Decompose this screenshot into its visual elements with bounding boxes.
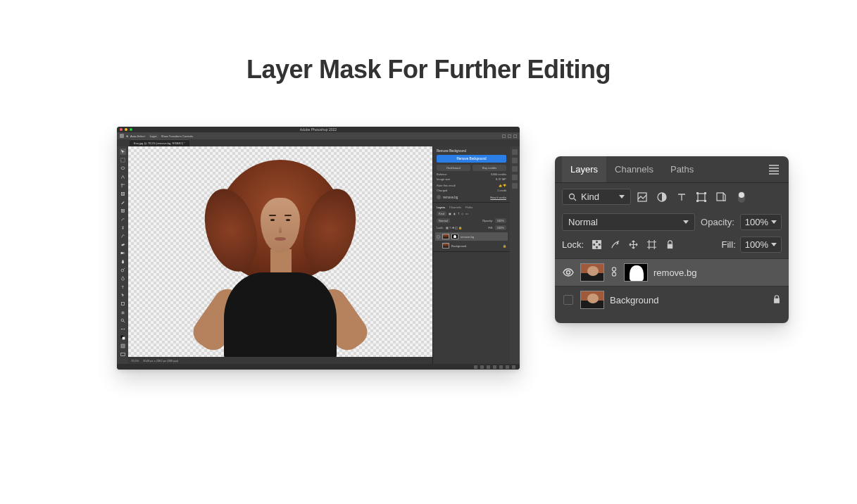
move-tool[interactable] [120,149,126,155]
lock-position-icon[interactable] [627,239,639,251]
blur-tool[interactable] [120,258,126,265]
layer-name[interactable]: remove.bg [653,267,696,278]
mini-filter-image-icon[interactable]: ▣ [449,212,451,215]
mini-layer2-thumb[interactable] [442,243,449,248]
mini-filter-smart-icon[interactable]: ▭ [465,212,468,215]
frame-tool[interactable] [120,191,126,197]
kind-filter-dropdown[interactable]: Kind [562,189,631,205]
blend-mode-dropdown[interactable]: Normal [562,213,695,231]
screen-mode-icon[interactable] [120,351,126,358]
dodge-tool[interactable] [120,267,126,273]
collapsed-panel-icon[interactable] [512,183,518,189]
show-transform-controls[interactable]: Show Transform Controls [161,134,193,138]
link-layers-icon[interactable] [474,365,477,369]
crop-tool[interactable] [120,182,126,189]
collapsed-panel-icon[interactable] [512,149,518,155]
mini-layer1-name[interactable]: remove.bg [461,235,474,239]
lock-all-icon[interactable] [664,239,675,251]
buy-credits-button[interactable]: Buy credits [473,165,506,171]
pen-tool[interactable] [120,275,126,282]
mini-tab-paths[interactable]: Paths [465,206,473,209]
collapsed-panel-icon[interactable] [512,175,518,180]
layer-mask-thumbnail[interactable] [624,263,648,282]
healing-brush-tool[interactable] [120,208,126,214]
tab-channels[interactable]: Channels [606,156,662,182]
mini-layer1-thumb[interactable] [442,234,449,239]
layer-thumbnail[interactable] [580,291,604,309]
rate-thumbs[interactable]: 👍 👎 [499,184,506,187]
add-mask-icon[interactable] [487,365,490,369]
opacity-field[interactable]: 100% [740,214,782,230]
zoom-tool[interactable] [120,317,126,324]
fx-icon[interactable] [480,365,484,369]
svg-point-18 [123,329,124,329]
filter-pixel-icon[interactable] [637,191,648,203]
tab-paths[interactable]: Paths [662,156,702,182]
lock-artboard-icon[interactable] [646,239,657,251]
distribute-icon[interactable] [508,134,511,138]
visibility-toggle[interactable] [562,267,575,278]
mini-lock-icons[interactable]: ▦ ✎ ✥ ◫ 🔒 [446,226,462,229]
edit-toolbar[interactable] [120,326,126,332]
lasso-tool[interactable] [120,165,126,172]
quick-selection-tool[interactable] [120,174,126,180]
eyedropper-tool[interactable] [120,199,126,206]
path-selection-tool[interactable] [120,292,126,298]
mini-layer1-mask-thumb[interactable] [451,234,458,239]
hand-tool[interactable] [120,309,126,315]
mini-blend-dropdown[interactable]: Normal [437,218,450,223]
lock-image-icon[interactable] [609,239,620,251]
layer-name[interactable]: Background [610,295,658,305]
home-icon[interactable] [120,134,124,138]
visibility-toggle[interactable] [562,295,575,305]
filter-toggle[interactable] [738,191,745,203]
filter-shape-icon[interactable] [696,191,707,203]
collapsed-panel-icon[interactable] [512,158,518,163]
rectangle-tool[interactable] [120,301,126,307]
clone-stamp-tool[interactable] [120,225,126,231]
panel-menu-icon[interactable] [766,162,782,177]
quick-mask-icon[interactable] [120,343,126,349]
remove-background-button[interactable]: Remove Background [437,155,506,163]
mask-link-icon[interactable] [610,267,618,279]
mini-tab-layers[interactable]: Layers [437,206,445,209]
dashboard-button[interactable]: Dashboard [437,165,470,171]
type-tool[interactable]: T [120,284,126,290]
mini-tab-channels[interactable]: Channels [449,206,461,209]
zoom-level[interactable]: 70,5% [131,359,139,363]
foreground-background-swatch[interactable] [120,334,126,341]
history-brush-tool[interactable] [120,233,126,239]
new-group-icon[interactable] [499,365,503,369]
mini-layer1-visibility[interactable] [437,235,440,239]
new-adjustment-icon[interactable] [493,365,496,369]
fill-field[interactable]: 100% [740,237,782,253]
align-icon[interactable] [502,134,506,138]
how-it-works-link[interactable]: How it works [490,196,506,199]
mini-layer2-name[interactable]: Background [451,244,466,248]
mini-fill-value[interactable]: 100% [495,225,506,230]
tab-layers[interactable]: Layers [562,156,606,182]
3d-mode-icon[interactable] [513,134,517,138]
eraser-tool[interactable] [120,241,126,248]
document-canvas[interactable] [128,146,432,357]
delete-layer-icon[interactable] [512,365,515,369]
layer-row-removebg[interactable]: remove.bg [555,258,789,286]
layer-row-background[interactable]: Background [555,286,789,313]
gradient-tool[interactable] [120,250,126,256]
filter-type-icon[interactable] [676,191,687,203]
mini-opacity-value[interactable]: 100% [495,218,506,223]
filter-adjustment-icon[interactable] [656,191,668,203]
mini-filter-shape-icon[interactable]: ◇ [461,212,463,215]
marquee-tool[interactable] [120,157,126,163]
lock-transparency-icon[interactable] [591,239,602,251]
brush-tool[interactable] [120,216,126,222]
auto-select-target[interactable]: Layer [148,134,159,139]
layer-thumbnail[interactable] [580,263,604,282]
mini-filter-type-icon[interactable]: T [458,212,459,215]
collapsed-panel-icon[interactable] [512,166,518,172]
mini-filter-adjust-icon[interactable]: ◐ [453,212,456,215]
document-tab[interactable]: Eva.jpg @ 70,5% (remove.bg, RGB/8#) * [130,139,189,146]
filter-smartobject-icon[interactable] [715,191,727,203]
mini-kind-dropdown[interactable]: Kind [437,211,446,216]
new-layer-icon[interactable] [506,365,509,369]
